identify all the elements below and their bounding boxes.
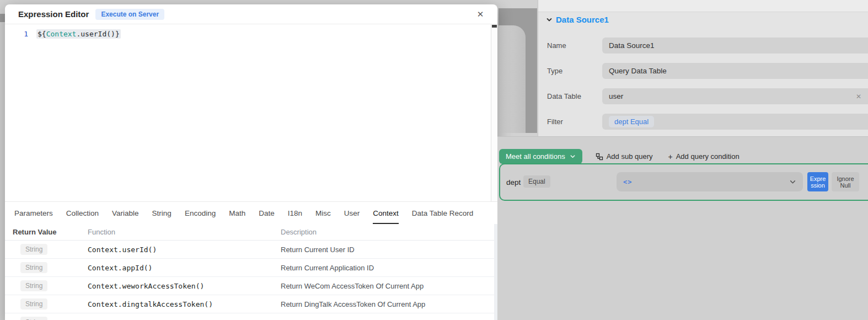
type-label: Type [547, 67, 562, 75]
add-sub-query-button[interactable]: Add sub query [596, 152, 653, 161]
tab-encoding[interactable]: Encoding [185, 202, 216, 224]
tab-i18n[interactable]: I18n [288, 202, 302, 224]
expression-mode-button[interactable]: Expression [807, 172, 828, 191]
filter-input[interactable]: dept Equal [602, 114, 868, 130]
tab-math[interactable]: Math [229, 202, 245, 224]
app-root: Expression Editor Execute on Server ✕ 1 … [0, 0, 868, 320]
plus-icon: + [668, 152, 673, 161]
subquery-tree-icon [596, 153, 603, 161]
canvas-backdrop-panel [499, 25, 526, 133]
inspector-top-strip [538, 0, 868, 12]
type-value: Query Data Table [609, 67, 667, 75]
function-description: Return Current User ID [281, 246, 497, 254]
condition-field-name: dept [506, 164, 521, 200]
editor-scrollbar-thumb[interactable] [492, 25, 497, 28]
function-name: Context.userId() [88, 246, 281, 254]
filter-field-row: Filter dept Equal [538, 114, 868, 130]
function-table: Return Value Function Description String… [5, 224, 497, 320]
name-value: Data Source1 [609, 41, 655, 50]
meet-conditions-label: Meet all conditions [506, 152, 565, 161]
tab-string[interactable]: String [152, 202, 172, 224]
chevron-down-icon [546, 17, 553, 23]
line-number: 1 [5, 30, 28, 38]
condition-group-box: dept Equal <> Expression Ignore Null [499, 163, 868, 201]
column-header-return-value: Return Value [13, 228, 88, 236]
data-source-inspector: Data Source1 Name Data Source1 Type Quer… [538, 0, 868, 136]
filter-condition-tag[interactable]: dept Equal [609, 116, 654, 127]
return-type-badge: String [20, 244, 47, 255]
clear-icon[interactable]: ✕ [856, 93, 861, 100]
return-type-badge: String [20, 280, 47, 291]
name-field-row: Name Data Source1 [538, 38, 868, 54]
function-name: Context.weworkAccessToken() [88, 282, 281, 290]
column-header-function: Function [88, 228, 281, 236]
filter-label: Filter [547, 118, 563, 126]
table-row[interactable]: String Context.userId() Return Current U… [5, 241, 497, 259]
tab-collection[interactable]: Collection [66, 202, 99, 224]
function-description: Return Current Application ID [281, 264, 497, 272]
condition-value-select[interactable]: <> [617, 172, 803, 191]
type-field-row: Type Query Data Table [538, 63, 868, 79]
return-type-badge: String [20, 262, 47, 273]
add-query-condition-button[interactable]: + Add query condition [668, 152, 740, 161]
name-label: Name [547, 41, 566, 50]
function-name: Context.appId() [88, 264, 281, 272]
chevron-down-icon [570, 153, 576, 159]
expression-code-icon: <> [623, 178, 632, 186]
query-builder: Meet all conditions Add sub query + Add … [497, 136, 868, 320]
tab-data-table-record[interactable]: Data Table Record [412, 202, 474, 224]
table-row[interactable]: String Context.dingtalkAccessToken() Ret… [5, 295, 497, 313]
modal-header: Expression Editor Execute on Server ✕ [5, 4, 497, 24]
return-type-badge: String [20, 317, 47, 320]
add-sub-query-label: Add sub query [607, 152, 653, 161]
table-row[interactable]: String Context.appId() Return Current Ap… [5, 259, 497, 277]
data-table-label: Data Table [547, 92, 581, 100]
editor-scrollbar[interactable] [491, 24, 497, 201]
data-source-section-header[interactable]: Data Source1 [546, 15, 609, 24]
backdrop-fragment [0, 14, 5, 22]
function-description: Return DingTalk AccessToken Of Current A… [281, 300, 497, 308]
execute-on-server-badge: Execute on Server [95, 9, 164, 20]
code-editor[interactable]: 1 ${Context.userId()} [5, 24, 497, 202]
code-line[interactable]: 1 ${Context.userId()} [5, 28, 497, 39]
column-header-description: Description [281, 228, 497, 236]
tab-parameters[interactable]: Parameters [14, 202, 53, 224]
tab-date[interactable]: Date [259, 202, 275, 224]
table-row[interactable]: String [5, 313, 497, 320]
tab-user[interactable]: User [344, 202, 360, 224]
type-select[interactable]: Query Data Table [602, 63, 868, 79]
return-type-badge: String [20, 298, 47, 310]
data-table-field-row: Data Table user ✕ [538, 88, 868, 104]
expression-editor-modal: Expression Editor Execute on Server ✕ 1 … [5, 4, 497, 320]
modal-title: Expression Editor [18, 9, 89, 19]
tab-misc[interactable]: Misc [315, 202, 331, 224]
chevron-down-icon [789, 178, 796, 185]
function-description: Return WeCom AccessToken Of Current App [281, 282, 497, 290]
meet-conditions-dropdown[interactable]: Meet all conditions [499, 149, 582, 164]
name-input[interactable]: Data Source1 [602, 38, 868, 54]
function-name: Context.dingtalkAccessToken() [88, 300, 281, 308]
close-icon[interactable]: ✕ [474, 8, 486, 20]
query-builder-toolbar: Meet all conditions Add sub query + Add … [499, 149, 740, 164]
ignore-null-button[interactable]: Ignore Null [832, 172, 859, 191]
table-row[interactable]: String Context.weworkAccessToken() Retur… [5, 277, 497, 295]
condition-operator-badge[interactable]: Equal [523, 175, 550, 188]
function-table-header: Return Value Function Description [5, 224, 497, 241]
tab-context[interactable]: Context [373, 202, 399, 224]
function-category-tabs: Parameters Collection Variable String En… [5, 202, 497, 224]
code-text: ${Context.userId()} [36, 30, 121, 38]
section-title: Data Source1 [556, 15, 609, 24]
tab-variable[interactable]: Variable [112, 202, 139, 224]
add-query-condition-label: Add query condition [676, 152, 740, 161]
data-table-select[interactable]: user ✕ [602, 88, 868, 104]
data-table-value: user [609, 92, 623, 100]
